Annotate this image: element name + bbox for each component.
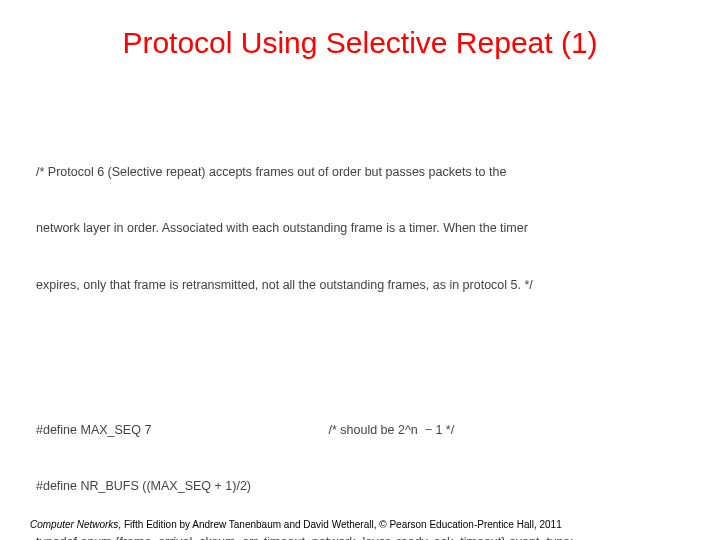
footer-book-title: Computer Networks [30,519,118,530]
code-line: network layer in order. Associated with … [36,219,690,238]
code-line: #define MAX_SEQ 7 /* should be 2^n − 1 *… [36,421,690,440]
slide-container: Protocol Using Selective Repeat (1) /* P… [0,0,720,540]
slide-title: Protocol Using Selective Repeat (1) [30,26,690,60]
code-line: #define NR_BUFS ((MAX_SEQ + 1)/2) [36,477,690,496]
code-block: /* Protocol 6 (Selective repeat) accepts… [36,88,690,540]
code-comment-group: /* Protocol 6 (Selective repeat) accepts… [36,126,690,332]
code-line: /* Protocol 6 (Selective repeat) accepts… [36,163,690,182]
footer-rest: , Fifth Edition by Andrew Tanenbaum and … [118,519,561,530]
code-defs-group: #define MAX_SEQ 7 /* should be 2^n − 1 *… [36,383,690,540]
code-line: expires, only that frame is retransmitte… [36,276,690,295]
footer: Computer Networks, Fifth Edition by Andr… [30,519,690,530]
code-line: typedef enum {frame_arrival, cksum_err, … [36,533,690,540]
